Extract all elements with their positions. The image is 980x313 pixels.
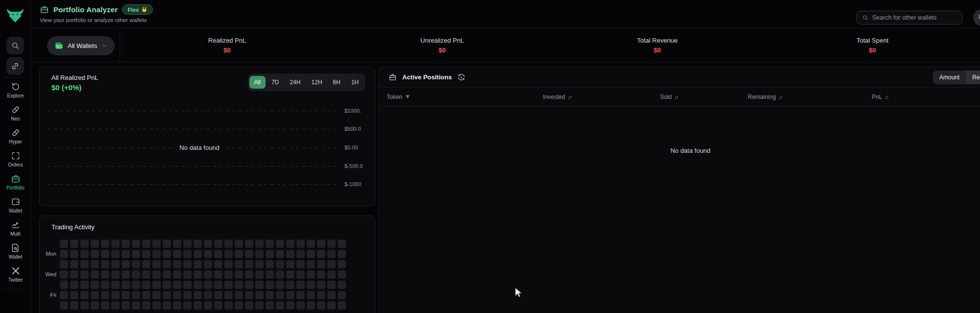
timeframe-1h[interactable]: 1H [346,76,364,89]
heatmap-cell [173,291,181,299]
heatmap-cell [224,301,233,310]
column-header-invested[interactable]: Invested↓↑ [543,88,571,106]
heatmap-cell [255,291,264,299]
heatmap-day-label: Mon [40,251,56,257]
column-header-pnl[interactable]: PnL↓↑ [872,88,888,106]
heatmap-cell [163,240,171,248]
toggle-amount[interactable]: Amount [933,71,966,84]
heatmap-cell [163,250,171,258]
heatmap-cell [183,291,192,299]
chart-line-icon [11,220,21,230]
heatmap-cell [327,281,336,289]
sort-icon[interactable]: ↓↑ [674,94,678,100]
heatmap-cell [235,250,243,258]
heatmap-cell [132,260,140,268]
sort-icon[interactable]: ↓↑ [778,94,782,100]
column-label: Remaining [748,94,776,100]
heatmap-cell [111,240,120,248]
heatmap-cell [91,240,99,248]
heatmap-cell [111,260,120,268]
heatmap-cell [224,270,233,279]
heatmap-cell [296,281,305,289]
sidebar-item-hyper[interactable]: Hyper [0,124,31,147]
sidebar-item-explore[interactable]: Explore [0,78,31,101]
heatmap-cell [183,301,192,310]
heatmap-cell [101,281,109,289]
stat-label: Unrealized PnL [420,37,464,44]
timeframe-7d[interactable]: 7D [267,76,284,89]
heatmap-cell [214,270,222,279]
heatmap-cell [245,270,253,279]
flex-badge[interactable]: Flex [122,4,153,15]
heatmap-cell [286,301,294,310]
heatmap-cell [111,281,120,289]
heatmap-cell [255,270,264,279]
heatmap-cell [214,250,222,258]
heatmap-cell [327,270,336,279]
y-axis-tick: $0.00 [344,144,374,150]
stat-unrealized-pnl: Unrealized PnL$0 [335,28,550,62]
heatmap-cell [317,281,325,289]
heatmap-cell [266,260,274,268]
heatmap-cell [111,291,120,299]
toggle-rec[interactable]: Rec [966,71,980,84]
sidebar-item-multi[interactable]: Multi [0,217,31,240]
stat-value: $0 [869,47,876,54]
heatmap-day-label: Fri [40,292,56,298]
trading-activity-card: Trading Activity MonWedFri [39,216,375,313]
column-header-remaining[interactable]: Remaining↓↑ [748,88,782,106]
positions-empty-state: No data found [670,147,710,154]
heatmap-cell [338,301,346,310]
heatmap-cell [194,260,202,268]
stats-cells: Realized PnL$0Unrealized PnL$0Total Reve… [120,28,980,62]
heatmap-cell [296,301,305,310]
heatmap-cell [91,281,99,289]
sidebar-item-label: Neo [11,116,20,121]
search-icon [862,14,869,21]
heatmap-cell [183,240,192,248]
sidebar-item-neo[interactable]: Neo [0,101,31,124]
timeframe-24h[interactable]: 24H [285,76,305,89]
page-title: Portfolio Analyzer [53,5,118,14]
heatmap-cell [245,260,253,268]
filter-icon[interactable] [405,94,411,100]
heatmap-cell [173,301,181,310]
heatmap-cell [132,281,140,289]
heatmap-cell [338,250,346,258]
sidebar-item-orders[interactable]: Orders [0,147,31,170]
y-axis-tick: $-500.0 [344,163,374,169]
wallet-search-input[interactable] [872,14,951,21]
sidebar-search-button[interactable] [6,37,24,54]
page-subtitle: View your portfolio or analyze other wal… [40,17,147,23]
sort-icon[interactable]: ↓↑ [567,94,571,100]
timeframe-all[interactable]: All [249,76,266,89]
sidebar-item-portfolio[interactable]: Portfolio [0,170,31,193]
heatmap-cell [70,281,78,289]
sidebar-link-button[interactable] [6,57,24,75]
sidebar: ExploreNeoHyperOrdersPortfolioWalletMult… [0,0,31,313]
wallet-search[interactable] [857,11,962,24]
bull-logo-icon[interactable] [5,5,25,24]
column-header-token[interactable]: Token [387,88,411,106]
heatmap-cell [173,260,181,268]
positions-title: Active Positions [402,73,452,81]
sidebar-item-wallet[interactable]: Wallet [0,193,31,217]
heatmap-cell [224,260,233,268]
notifications-button[interactable] [973,9,980,26]
heatmap-cell [307,270,315,279]
heatmap-cell [286,250,294,258]
heatmap-cell [173,240,181,248]
sidebar-item-wallet-2[interactable]: Wallet [0,240,31,263]
timeframe-6h[interactable]: 6H [328,76,345,89]
sort-icon[interactable]: ↓↑ [884,94,888,100]
column-header-sold[interactable]: Sold↓↑ [660,88,678,106]
heatmap-cell [245,291,253,299]
wallet-filter-dropdown[interactable]: All Wallets [47,36,115,55]
sidebar-item-twitter[interactable]: Twitter [0,263,31,286]
refresh-icon[interactable]: $ [457,73,466,81]
positions-view-toggle: AmountRec [933,71,980,84]
timeframe-12h[interactable]: 12H [306,76,327,89]
heatmap-cell [91,291,99,299]
column-label: Token [387,94,402,100]
heatmap-cell [245,301,253,310]
